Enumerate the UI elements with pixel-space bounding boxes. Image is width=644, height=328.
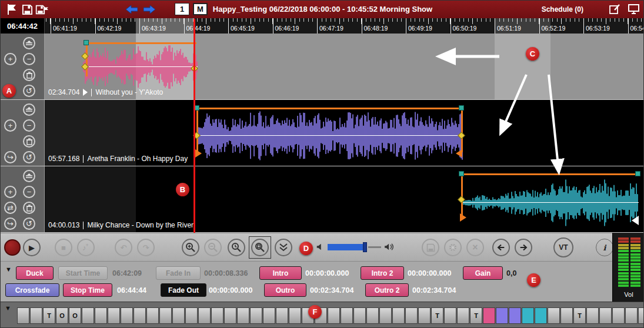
strip-cell-purple[interactable] xyxy=(496,307,508,324)
volume-slider[interactable] xyxy=(328,241,382,254)
volume-envelope-edge[interactable] xyxy=(196,108,198,152)
strip-cell[interactable] xyxy=(328,307,340,324)
page-number-box[interactable]: 1 xyxy=(175,3,189,15)
zoom-in-track-button[interactable]: + xyxy=(4,119,16,132)
timeline-ruler[interactable]: 06:41:1906:42:1906:43:1906:44:1906:45:19… xyxy=(45,18,644,34)
zoom-in-icon[interactable] xyxy=(182,239,199,256)
strip-cell[interactable] xyxy=(82,307,94,324)
fade-in-triangle[interactable] xyxy=(460,213,466,222)
volume-min-icon[interactable] xyxy=(316,243,324,253)
curve-button[interactable]: ↪ xyxy=(4,217,16,230)
strip-cell[interactable] xyxy=(392,307,405,324)
save-all-icon[interactable] xyxy=(35,4,48,15)
collapse-strip-button[interactable]: ▼ xyxy=(5,305,11,312)
strip-cell[interactable] xyxy=(146,307,159,324)
trash-button[interactable] xyxy=(23,202,35,214)
strip-cell[interactable] xyxy=(172,307,185,324)
intro-button[interactable]: Intro xyxy=(259,266,302,280)
strip-cell[interactable] xyxy=(121,307,133,324)
volume-envelope-edge[interactable] xyxy=(461,173,463,216)
strip-cell[interactable] xyxy=(418,307,431,324)
expand-all-icon[interactable] xyxy=(275,239,292,256)
back-arrow-icon[interactable] xyxy=(125,4,138,15)
pennant-icon[interactable] xyxy=(5,4,18,15)
undo-loop-button[interactable]: ↺ xyxy=(23,85,35,97)
strip-cell[interactable] xyxy=(379,307,392,324)
save-mix-icon[interactable] xyxy=(422,239,439,256)
track2-lane[interactable]: 05:57.168 Aretha Franklin - Oh Happy Day xyxy=(45,100,644,166)
zoom-out-track-button[interactable]: − xyxy=(23,186,35,198)
save-icon[interactable] xyxy=(21,4,34,15)
strip-cell[interactable] xyxy=(134,307,146,324)
strip-cell[interactable] xyxy=(198,307,211,324)
monitor-icon[interactable] xyxy=(627,4,640,15)
strip-cell[interactable] xyxy=(353,307,366,324)
strip-cell[interactable] xyxy=(108,307,120,324)
volume-envelope-edge[interactable] xyxy=(86,42,88,76)
envelope-handle[interactable] xyxy=(459,171,464,176)
strip-cell[interactable] xyxy=(366,307,379,324)
strip-cell[interactable] xyxy=(30,307,42,324)
curve-button[interactable]: ↪ xyxy=(4,151,16,163)
strip-cell[interactable] xyxy=(289,307,301,324)
track3-lane[interactable]: 04:00.013 Milky Chance - Down by the Riv… xyxy=(45,166,644,232)
strip-cell[interactable] xyxy=(159,307,172,324)
voice-track-button[interactable]: VT xyxy=(553,237,573,257)
gain-button[interactable]: Gain xyxy=(463,266,503,280)
trash-button[interactable] xyxy=(23,69,35,81)
strip-cell-t[interactable]: T xyxy=(573,307,586,324)
redo-button[interactable]: ↷ xyxy=(137,239,155,256)
eject-button[interactable] xyxy=(23,37,35,49)
zoom-out-track-button[interactable]: − xyxy=(23,53,35,65)
zoom-time-icon[interactable] xyxy=(228,239,245,256)
strip-cell[interactable] xyxy=(263,307,275,324)
volume-envelope-edge[interactable] xyxy=(461,108,463,152)
zoom-out-track-button[interactable]: − xyxy=(23,119,35,132)
strip-cell[interactable] xyxy=(548,307,560,324)
stop-time-button[interactable]: Stop Time xyxy=(63,283,112,297)
undo-loop-button[interactable]: ↺ xyxy=(23,151,35,163)
duck-button[interactable]: Duck xyxy=(16,266,54,280)
strip-cell[interactable] xyxy=(625,307,638,324)
volume-envelope[interactable] xyxy=(196,108,462,109)
strip-cell[interactable] xyxy=(638,307,644,324)
info-icon[interactable]: i xyxy=(596,239,613,256)
outro-button[interactable]: Outro xyxy=(264,283,306,297)
eject-button[interactable] xyxy=(23,170,35,182)
undo-button[interactable]: ↶ xyxy=(115,239,132,256)
strip-cell[interactable] xyxy=(444,307,456,324)
strip-cell[interactable] xyxy=(599,307,612,324)
strip-cell-t[interactable]: T xyxy=(43,307,55,324)
strip-cell-teal[interactable] xyxy=(522,307,534,324)
zoom-in-track-button[interactable]: + xyxy=(4,53,16,65)
end-marker-triangle[interactable] xyxy=(632,216,639,225)
strip-cell-o[interactable]: O xyxy=(69,307,81,324)
strip-cell[interactable] xyxy=(341,307,353,324)
strip-cell[interactable] xyxy=(612,307,625,324)
crossfade-button[interactable]: Crossfade xyxy=(5,283,59,297)
strip-cell-pink[interactable] xyxy=(483,307,495,324)
strip-cell-purple[interactable] xyxy=(509,307,521,324)
track1-lane[interactable]: 02:34.704 Without you - Y'Akoto xyxy=(45,34,644,99)
previous-item-icon[interactable] xyxy=(492,239,510,256)
fade-in-button[interactable]: Fade In xyxy=(156,266,201,280)
zoom-fit-icon[interactable] xyxy=(251,239,269,256)
strip-cell[interactable] xyxy=(250,307,262,324)
export-icon[interactable] xyxy=(444,239,462,256)
stop-button[interactable]: ■ xyxy=(55,239,72,256)
outro2-button[interactable]: Outro 2 xyxy=(365,283,409,297)
envelope-handle[interactable] xyxy=(84,40,89,45)
strip-cell[interactable] xyxy=(237,307,249,324)
m-button[interactable]: M xyxy=(193,3,208,15)
next-item-icon[interactable] xyxy=(515,239,532,256)
strip-cell-t[interactable]: T xyxy=(431,307,443,324)
fade-in-triangle[interactable] xyxy=(195,149,202,158)
swap-button[interactable]: ⇄ xyxy=(4,202,16,214)
strip-cell[interactable] xyxy=(405,307,418,324)
strip-cell[interactable] xyxy=(185,307,198,324)
start-time-button[interactable]: Start Time xyxy=(58,266,108,280)
undo-loop-button[interactable]: ↺ xyxy=(23,217,35,230)
playback-cursor[interactable] xyxy=(193,19,195,233)
volume-envelope[interactable] xyxy=(86,42,196,44)
log-edit-icon[interactable] xyxy=(608,4,621,15)
